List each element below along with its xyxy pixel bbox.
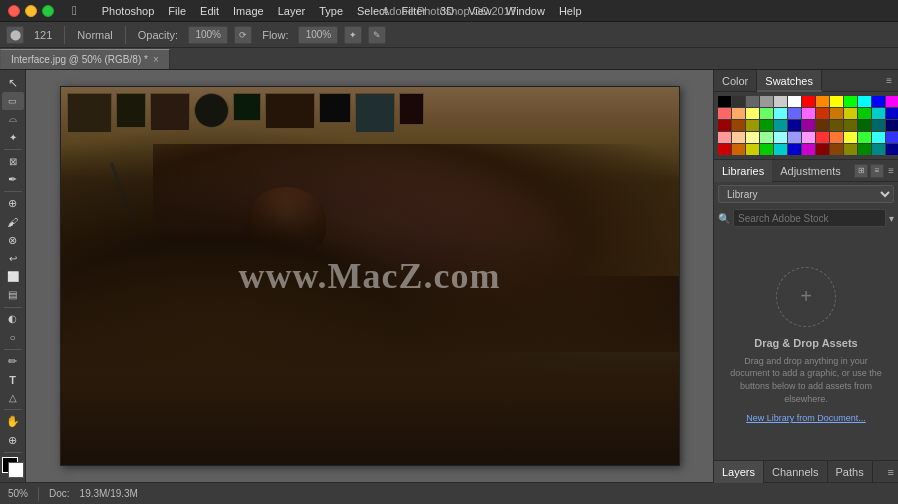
swatch[interactable] (788, 120, 801, 131)
swatch[interactable] (858, 96, 871, 107)
menu-file[interactable]: File (161, 0, 193, 22)
layers-menu-icon[interactable]: ≡ (888, 466, 894, 478)
swatch[interactable] (760, 120, 773, 131)
swatch[interactable] (844, 96, 857, 107)
lasso-tool[interactable]: ⌓ (2, 111, 24, 128)
background-color[interactable] (8, 462, 24, 478)
flow-input[interactable]: 100% (298, 26, 338, 44)
lib-menu-icon[interactable]: ≡ (888, 165, 894, 176)
swatch[interactable] (872, 108, 885, 119)
swatch[interactable] (774, 108, 787, 119)
opacity-input[interactable]: 100% (188, 26, 228, 44)
color-tab[interactable]: Color (714, 70, 757, 92)
channels-tab[interactable]: Channels (764, 461, 827, 483)
airbrush-toggle[interactable]: ✦ (344, 26, 362, 44)
swatch[interactable] (732, 132, 745, 143)
swatch[interactable] (774, 96, 787, 107)
swatch[interactable] (816, 96, 829, 107)
swatch[interactable] (858, 120, 871, 131)
gradient-tool[interactable]: ▤ (2, 286, 24, 303)
swatch[interactable] (718, 132, 731, 143)
swatch[interactable] (746, 120, 759, 131)
canvas-area[interactable]: www.MacZ.com (26, 70, 713, 482)
menu-layer[interactable]: Layer (271, 0, 313, 22)
maximize-button[interactable] (42, 5, 54, 17)
swatch[interactable] (886, 132, 898, 143)
swatch[interactable] (886, 96, 898, 107)
swatch[interactable] (802, 144, 815, 155)
document-tab[interactable]: Interface.jpg @ 50% (RGB/8) * × (0, 49, 170, 69)
brush-tool[interactable]: 🖌 (2, 213, 24, 230)
hand-tool[interactable]: ✋ (2, 413, 24, 430)
swatch[interactable] (760, 108, 773, 119)
swatch[interactable] (858, 132, 871, 143)
lib-grid-icon[interactable]: ⊞ (854, 164, 868, 178)
menu-help[interactable]: Help (552, 0, 589, 22)
swatch[interactable] (802, 108, 815, 119)
swatch[interactable] (774, 132, 787, 143)
swatch[interactable] (760, 144, 773, 155)
swatch[interactable] (802, 132, 815, 143)
marquee-tool[interactable]: ▭ (2, 92, 24, 109)
libraries-tab[interactable]: Libraries (714, 160, 772, 182)
swatch[interactable] (816, 120, 829, 131)
swatch[interactable] (788, 108, 801, 119)
library-dropdown[interactable]: Library (718, 185, 894, 203)
swatches-tab[interactable]: Swatches (757, 70, 822, 92)
zoom-tool[interactable]: ⊕ (2, 431, 24, 448)
swatch[interactable] (718, 144, 731, 155)
swatch[interactable] (788, 144, 801, 155)
layers-tab[interactable]: Layers (714, 461, 764, 483)
swatch[interactable] (760, 132, 773, 143)
swatch[interactable] (872, 120, 885, 131)
clone-tool[interactable]: ⊗ (2, 232, 24, 249)
search-dropdown-icon[interactable]: ▾ (889, 213, 894, 224)
swatch[interactable] (802, 120, 815, 131)
swatch[interactable] (774, 144, 787, 155)
eraser-tool[interactable]: ⬜ (2, 268, 24, 285)
swatch[interactable] (760, 96, 773, 107)
library-search-input[interactable] (733, 209, 886, 227)
swatch[interactable] (788, 96, 801, 107)
swatch[interactable] (844, 108, 857, 119)
swatch[interactable] (830, 96, 843, 107)
close-button[interactable] (8, 5, 20, 17)
menu-image[interactable]: Image (226, 0, 271, 22)
swatch[interactable] (746, 144, 759, 155)
swatch[interactable] (718, 120, 731, 131)
menu-photoshop[interactable]: Photoshop (95, 0, 162, 22)
swatch[interactable] (858, 144, 871, 155)
spot-heal-tool[interactable]: ⊕ (2, 195, 24, 212)
swatch[interactable] (732, 120, 745, 131)
pen-tool[interactable]: ✏ (2, 353, 24, 370)
swatch[interactable] (872, 144, 885, 155)
swatch[interactable] (732, 144, 745, 155)
swatch[interactable] (886, 120, 898, 131)
crop-tool[interactable]: ⊠ (2, 153, 24, 170)
minimize-button[interactable] (25, 5, 37, 17)
swatch[interactable] (732, 96, 745, 107)
swatch[interactable] (872, 96, 885, 107)
path-tool[interactable]: △ (2, 389, 24, 406)
swatch[interactable] (788, 132, 801, 143)
swatch[interactable] (830, 132, 843, 143)
swatch[interactable] (746, 96, 759, 107)
eyedropper-tool[interactable]: ✒ (2, 171, 24, 188)
paths-tab[interactable]: Paths (828, 461, 873, 483)
swatch[interactable] (830, 120, 843, 131)
swatch[interactable] (816, 132, 829, 143)
swatch[interactable] (802, 96, 815, 107)
swatch[interactable] (816, 108, 829, 119)
blur-tool[interactable]: ◐ (2, 310, 24, 327)
flow-toggle[interactable]: ⟳ (234, 26, 252, 44)
wand-tool[interactable]: ✦ (2, 129, 24, 146)
swatch[interactable] (844, 132, 857, 143)
swatch[interactable] (774, 120, 787, 131)
swatch[interactable] (886, 108, 898, 119)
tab-close-icon[interactable]: × (153, 54, 159, 65)
menu-edit[interactable]: Edit (193, 0, 226, 22)
swatch[interactable] (872, 132, 885, 143)
swatch[interactable] (844, 120, 857, 131)
brush-preset-picker[interactable]: ⬤ (6, 26, 24, 44)
smoothing-toggle[interactable]: ✎ (368, 26, 386, 44)
